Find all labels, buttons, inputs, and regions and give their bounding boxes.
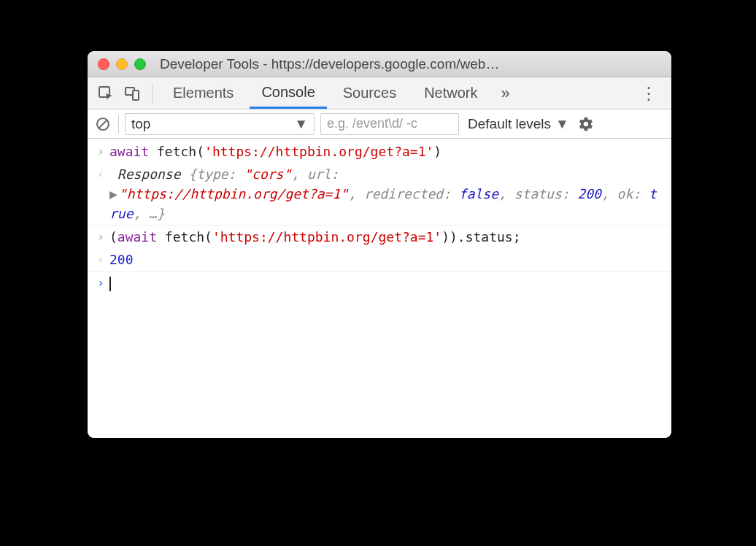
devtools-menu-icon[interactable]: ⋮ [634, 83, 664, 104]
inspect-element-icon[interactable] [95, 82, 117, 104]
devtools-tabbar: Elements Console Sources Network » ⋮ [88, 77, 671, 109]
console-command: await fetch('https://httpbin.org/get?a=1… [109, 142, 664, 161]
window-title: Developer Tools - https://developers.goo… [160, 56, 661, 72]
input-chevron-icon: › [92, 142, 109, 161]
text-caret [109, 277, 111, 291]
console-result-object[interactable]: .Response {type: "cors", url: ▶"https://… [109, 164, 664, 223]
window-titlebar: Developer Tools - https://developers.goo… [88, 51, 671, 77]
prompt-chevron-icon: › [92, 273, 109, 293]
tab-console[interactable]: Console [250, 77, 326, 109]
output-chevron-icon: › [92, 164, 109, 223]
tab-sources[interactable]: Sources [331, 77, 408, 109]
filter-placeholder: e.g. /event\d/ -c [327, 116, 417, 131]
console-input-row: › await fetch('https://httpbin.org/get?a… [88, 140, 671, 163]
expand-triangle-icon[interactable]: ▶ [109, 186, 117, 201]
console-filter-input[interactable]: e.g. /event\d/ -c [320, 113, 459, 135]
context-label: top [131, 116, 150, 132]
tabs-overflow-button[interactable]: » [494, 84, 517, 103]
devtools-window: Developer Tools - https://developers.goo… [88, 51, 671, 438]
input-chevron-icon: › [92, 227, 109, 247]
console-output[interactable]: › await fetch('https://httpbin.org/get?a… [88, 139, 671, 438]
console-result-value: 200 [109, 250, 664, 269]
console-prompt-input[interactable] [109, 273, 664, 293]
tab-elements[interactable]: Elements [161, 77, 245, 109]
device-toolbar-icon[interactable] [121, 82, 143, 104]
divider [118, 115, 119, 134]
console-toolbar: top ▼ e.g. /event\d/ -c Default levels ▼ [88, 109, 671, 139]
console-input-row: › (await fetch('https://httpbin.org/get?… [88, 226, 671, 248]
console-result-row: › 200 [88, 248, 671, 272]
dropdown-triangle-icon: ▼ [294, 116, 308, 132]
window-zoom-button[interactable] [134, 58, 146, 70]
console-settings-icon[interactable] [578, 116, 594, 132]
levels-label: Default levels [468, 116, 551, 132]
dropdown-triangle-icon: ▼ [555, 116, 569, 132]
tab-network[interactable]: Network [412, 77, 489, 109]
log-levels-selector[interactable]: Default levels ▼ [468, 116, 569, 132]
console-command: (await fetch('https://httpbin.org/get?a=… [109, 227, 664, 247]
execution-context-selector[interactable]: top ▼ [125, 113, 315, 135]
window-minimize-button[interactable] [116, 58, 128, 70]
clear-console-icon[interactable] [93, 115, 112, 134]
console-result-row: › .Response {type: "cors", url: ▶"https:… [88, 163, 671, 226]
output-chevron-icon: › [92, 250, 109, 269]
svg-line-4 [99, 120, 107, 128]
svg-rect-2 [133, 91, 139, 100]
window-close-button[interactable] [98, 58, 109, 70]
console-prompt-row[interactable]: › [88, 272, 671, 294]
divider [152, 83, 153, 104]
